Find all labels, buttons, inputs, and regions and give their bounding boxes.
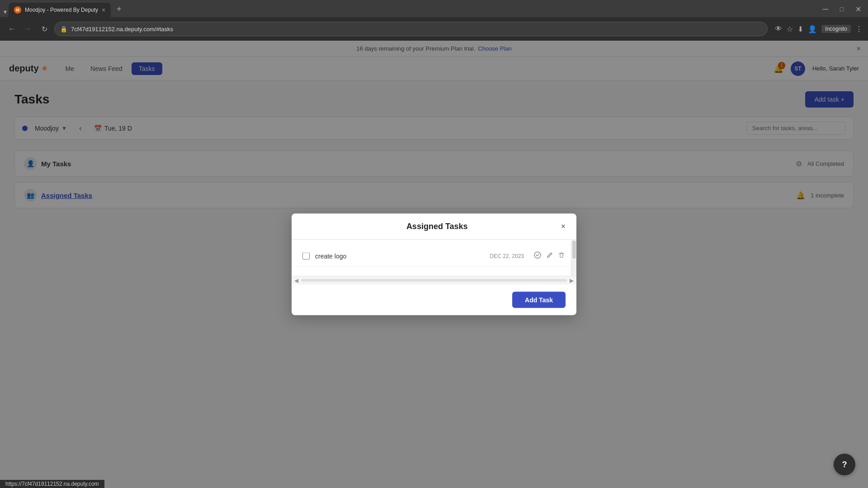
address-bar[interactable]: 🔒 7cf47d19112152.na.deputy.com/#tasks xyxy=(54,22,768,36)
url-text: 7cf47d19112152.na.deputy.com/#tasks xyxy=(71,26,762,33)
maximize-button[interactable]: □ xyxy=(835,3,848,15)
eye-slash-icon[interactable]: 👁 xyxy=(775,25,782,33)
menu-icon[interactable]: ⋮ xyxy=(855,25,863,33)
help-icon: ? xyxy=(842,460,847,469)
task-label: create logo xyxy=(315,252,485,259)
tab-close-button[interactable]: × xyxy=(102,6,105,14)
forward-button[interactable]: → xyxy=(22,23,34,35)
svg-rect-1 xyxy=(559,253,564,254)
scroll-track xyxy=(301,279,567,282)
minimize-button[interactable]: ─ xyxy=(819,3,832,15)
modal-scrollbar-thumb xyxy=(572,241,576,259)
browser-nav-icons: 👁 ☆ ⬇ 👤 Incognito ⋮ xyxy=(775,25,863,33)
help-button[interactable]: ? xyxy=(834,454,855,475)
modal-title: Assigned Tasks xyxy=(313,222,561,231)
task-edit-button[interactable] xyxy=(546,251,554,261)
scroll-left-arrow[interactable]: ◀ xyxy=(293,277,299,283)
browser-chrome: ▾ M Moodjoy - Powered By Deputy × + ─ □ … xyxy=(0,0,868,41)
modal-close-button[interactable]: × xyxy=(561,222,566,231)
tab-group-arrow[interactable]: ▾ xyxy=(4,8,7,15)
new-tab-button[interactable]: + xyxy=(113,3,125,15)
browser-nav-bar: ← → ↻ 🔒 7cf47d19112152.na.deputy.com/#ta… xyxy=(0,17,868,41)
status-bar: https://7cf47d19112152.na.deputy.com xyxy=(0,480,104,488)
scroll-right-arrow[interactable]: ▶ xyxy=(569,277,575,283)
star-icon[interactable]: ☆ xyxy=(787,25,793,33)
browser-tab-active[interactable]: M Moodjoy - Powered By Deputy × xyxy=(9,3,111,17)
modal-footer: Add Task xyxy=(292,284,576,315)
refresh-button[interactable]: ↻ xyxy=(38,23,51,35)
back-button[interactable]: ← xyxy=(5,23,18,35)
browser-tab-bar: ▾ M Moodjoy - Powered By Deputy × + ─ □ … xyxy=(0,0,868,17)
profile-icon[interactable]: 👤 xyxy=(808,25,817,33)
assigned-tasks-modal: Assigned Tasks × create logo DEC 22, 202… xyxy=(292,214,576,315)
tab-title: Moodjoy - Powered By Deputy xyxy=(25,7,98,13)
modal-add-task-button[interactable]: Add Task xyxy=(512,292,566,308)
task-delete-button[interactable] xyxy=(557,251,566,261)
download-icon[interactable]: ⬇ xyxy=(797,25,803,33)
task-checkbox[interactable] xyxy=(302,252,310,259)
modal-vertical-scrollbar[interactable] xyxy=(571,240,576,276)
incognito-badge: Incognito xyxy=(821,25,851,33)
modal-header: Assigned Tasks × xyxy=(292,214,576,240)
task-date: DEC 22, 2023 xyxy=(490,253,524,259)
tab-favicon: M xyxy=(14,6,21,14)
page-content: 16 days remaining of your Premium Plan t… xyxy=(0,41,868,488)
modal-body: create logo DEC 22, 2023 xyxy=(292,240,576,276)
close-window-button[interactable]: ✕ xyxy=(852,3,864,15)
task-actions xyxy=(533,251,566,261)
task-assign-button[interactable] xyxy=(533,251,542,261)
modal-horizontal-scrollbar[interactable]: ◀ ▶ xyxy=(292,276,576,284)
task-row: create logo DEC 22, 2023 xyxy=(292,245,576,267)
status-url: https://7cf47d19112152.na.deputy.com xyxy=(5,481,99,487)
